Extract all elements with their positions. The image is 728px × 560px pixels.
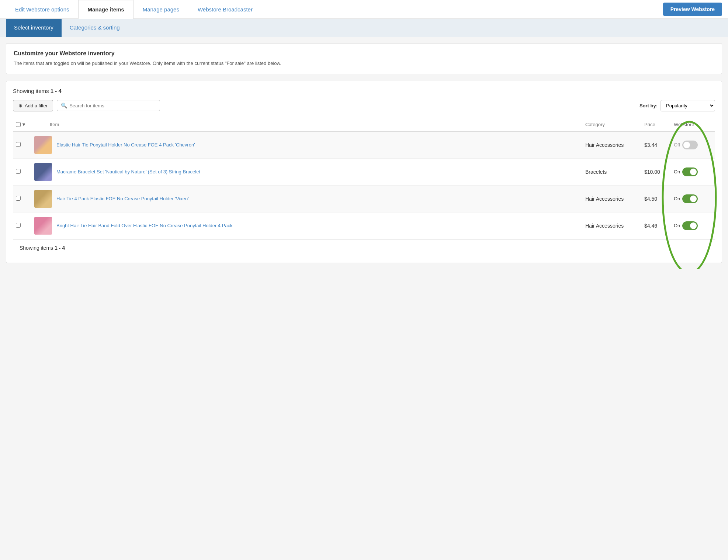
item-name-link[interactable]: Elastic Hair Tie Ponytail Holder No Crea… <box>56 142 195 148</box>
row-checkbox[interactable] <box>16 142 21 147</box>
plus-circle-icon: ⊕ <box>18 103 22 108</box>
row-category-cell: Bracelets <box>582 158 641 185</box>
item-thumbnail <box>34 163 52 181</box>
row-category-cell: Hair Accessories <box>582 131 641 159</box>
col-header-category: Category <box>582 118 641 131</box>
row-webstore-cell: Off <box>671 131 715 159</box>
row-checkbox-cell <box>13 185 31 212</box>
showing-items-top: Showing items 1 - 4 <box>13 88 715 94</box>
row-item-cell: Macrame Bracelet Set 'Nautical by Nature… <box>31 158 582 185</box>
col-header-price: Price <box>641 118 671 131</box>
item-thumbnail <box>34 136 52 154</box>
table-row: Hair Tie 4 Pack Elastic FOE No Crease Po… <box>13 185 715 212</box>
col-header-checkbox: ▼ <box>13 118 31 131</box>
info-description: The items that are toggled on will be pu… <box>14 60 714 67</box>
webstore-toggle[interactable] <box>682 194 698 203</box>
item-name-link[interactable]: Macrame Bracelet Set 'Nautical by Nature… <box>56 169 200 174</box>
toggle-label: On <box>674 196 680 201</box>
row-item-cell: Bright Hair Tie Hair Band Fold Over Elas… <box>31 212 582 239</box>
item-thumbnail <box>34 190 52 208</box>
row-checkbox-cell <box>13 212 31 239</box>
table-header-row: ▼ Item Category Price Webstore <box>13 118 715 131</box>
add-filter-label: Add a filter <box>25 103 48 108</box>
row-checkbox-cell <box>13 131 31 159</box>
webstore-toggle[interactable] <box>682 221 698 230</box>
sort-area: Sort by: Popularity Price: Low to High P… <box>639 100 715 111</box>
table-row: Bright Hair Tie Hair Band Fold Over Elas… <box>13 212 715 239</box>
col-header-item: Item <box>31 118 582 131</box>
toggle-slider <box>682 141 698 149</box>
sub-tab-select-inventory[interactable]: Select inventory <box>6 19 62 37</box>
row-item-cell: Hair Tie 4 Pack Elastic FOE No Crease Po… <box>31 185 582 212</box>
row-checkbox[interactable] <box>16 223 21 228</box>
toggle-slider <box>682 221 698 230</box>
row-item-cell: Elastic Hair Tie Ponytail Holder No Crea… <box>31 131 582 159</box>
items-table: ▼ Item Category Price Webstore Elastic H <box>13 118 715 239</box>
toggle-label: On <box>674 223 680 228</box>
row-webstore-cell: On <box>671 185 715 212</box>
row-price-cell: $10.00 <box>641 158 671 185</box>
table-row: Elastic Hair Tie Ponytail Holder No Crea… <box>13 131 715 159</box>
search-icon: 🔍 <box>61 103 67 108</box>
toggle-label: Off <box>674 142 680 148</box>
toggle-label: On <box>674 169 680 174</box>
item-name-link[interactable]: Bright Hair Tie Hair Band Fold Over Elas… <box>56 223 233 228</box>
tab-manage-pages[interactable]: Manage pages <box>134 0 188 19</box>
info-title: Customize your Webstore inventory <box>14 50 714 57</box>
row-webstore-cell: On <box>671 158 715 185</box>
info-box: Customize your Webstore inventory The it… <box>6 43 722 74</box>
table-wrapper: ▼ Item Category Price Webstore Elastic H <box>13 118 715 239</box>
main-content: Customize your Webstore inventory The it… <box>0 37 728 269</box>
webstore-toggle[interactable] <box>682 167 698 176</box>
toggle-slider <box>682 167 698 176</box>
table-row: Macrame Bracelet Set 'Nautical by Nature… <box>13 158 715 185</box>
toolbar: ⊕ Add a filter 🔍 Sort by: Popularity Pri… <box>13 100 715 111</box>
row-category-cell: Hair Accessories <box>582 185 641 212</box>
item-name-link[interactable]: Hair Tie 4 Pack Elastic FOE No Crease Po… <box>56 196 189 201</box>
row-checkbox[interactable] <box>16 169 21 174</box>
sort-label: Sort by: <box>639 103 658 108</box>
tab-manage-items[interactable]: Manage items <box>78 0 133 19</box>
col-header-webstore: Webstore <box>671 118 715 131</box>
add-filter-button[interactable]: ⊕ Add a filter <box>13 100 53 111</box>
preview-webstore-button[interactable]: Preview Webstore <box>663 3 722 16</box>
nav-tabs: Edit Webstore options Manage items Manag… <box>6 0 663 18</box>
tab-webstore-broadcaster[interactable]: Webstore Broadcaster <box>188 0 262 19</box>
row-price-cell: $4.46 <box>641 212 671 239</box>
item-thumbnail <box>34 217 52 235</box>
row-price-cell: $4.50 <box>641 185 671 212</box>
row-category-cell: Hair Accessories <box>582 212 641 239</box>
top-navigation: Edit Webstore options Manage items Manag… <box>0 0 728 19</box>
toggle-slider <box>682 194 698 203</box>
webstore-toggle[interactable] <box>682 141 698 149</box>
sort-select[interactable]: Popularity Price: Low to High Price: Hig… <box>661 100 715 111</box>
sub-navigation: Select inventory Categories & sorting <box>0 19 728 37</box>
select-all-checkbox[interactable] <box>16 122 21 127</box>
row-price-cell: $3.44 <box>641 131 671 159</box>
items-panel: Showing items 1 - 4 ⊕ Add a filter 🔍 Sor… <box>6 81 722 263</box>
row-webstore-cell: On <box>671 212 715 239</box>
search-input[interactable] <box>69 103 156 108</box>
row-checkbox-cell <box>13 158 31 185</box>
chevron-down-icon[interactable]: ▼ <box>21 122 26 127</box>
showing-items-bottom: Showing items 1 - 4 <box>13 239 715 256</box>
tab-edit-webstore[interactable]: Edit Webstore options <box>6 0 78 19</box>
row-checkbox[interactable] <box>16 196 21 201</box>
search-box[interactable]: 🔍 <box>57 100 160 111</box>
sub-tab-categories-sorting[interactable]: Categories & sorting <box>62 19 128 37</box>
